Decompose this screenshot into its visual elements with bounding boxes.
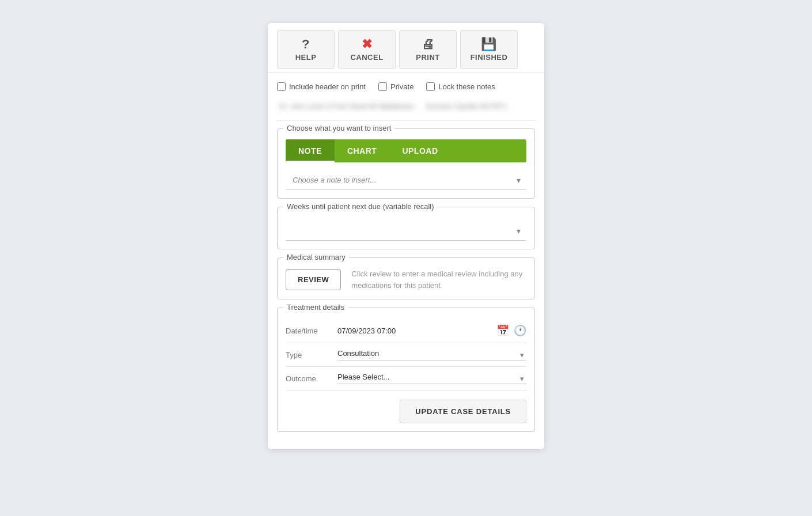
review-row: REVIEW Click review to enter a medical r… xyxy=(286,268,526,291)
cancel-icon: ✖ xyxy=(362,38,373,51)
recall-section: Weeks until patient next due (variable r… xyxy=(277,207,535,249)
insert-section: Choose what you want to insert NOTE CHAR… xyxy=(277,128,535,199)
options-row: Include header on print Private Lock the… xyxy=(268,79,544,97)
main-panel: ? HELP ✖ CANCEL 🖨 PRINT 💾 FINISHED Inclu… xyxy=(268,23,544,449)
tab-bar: NOTE CHART UPLOAD xyxy=(286,139,526,162)
medical-legend: Medical summary xyxy=(283,253,349,261)
treatment-section: Treatment details Date/time 07/09/2023 0… xyxy=(277,308,535,432)
treatment-legend: Treatment details xyxy=(283,303,348,312)
finished-icon: 💾 xyxy=(481,38,497,51)
datetime-value: 07/09/2023 07:00 xyxy=(337,327,491,335)
lock-notes-option[interactable]: Lock these notes xyxy=(426,82,495,91)
page-wrapper: ? HELP ✖ CANCEL 🖨 PRINT 💾 FINISHED Inclu… xyxy=(12,12,800,516)
outcome-select-wrapper: Please Select... Resolved Ongoing Referr… xyxy=(337,373,526,384)
include-header-label: Include header on print xyxy=(289,82,366,91)
patient-info-col2: Summer Cityville AB P9T1 xyxy=(426,101,507,112)
datetime-icons: 📅 🕐 xyxy=(496,324,526,337)
note-select[interactable]: Choose a note to insert... xyxy=(286,170,526,190)
tab-note[interactable]: NOTE xyxy=(286,139,335,162)
finished-label: FINISHED xyxy=(470,53,508,62)
type-select-wrapper: Consultation Follow-up Emergency xyxy=(337,349,526,361)
update-case-button[interactable]: UPDATE CASE DETAILS xyxy=(400,400,526,423)
cancel-label: CANCEL xyxy=(350,53,383,62)
type-row: Type Consultation Follow-up Emergency xyxy=(286,343,526,367)
outcome-label: Outcome xyxy=(286,374,332,383)
private-label: Private xyxy=(390,82,413,91)
tab-upload[interactable]: UPLOAD xyxy=(389,139,450,162)
type-label: Type xyxy=(286,351,332,359)
medical-summary-section: Medical summary REVIEW Click review to e… xyxy=(277,257,535,299)
lock-notes-checkbox[interactable] xyxy=(426,82,435,91)
outcome-row: Outcome Please Select... Resolved Ongoin… xyxy=(286,367,526,390)
datetime-row: Date/time 07/09/2023 07:00 📅 🕐 xyxy=(286,318,526,343)
help-button[interactable]: ? HELP xyxy=(277,30,335,69)
lock-notes-label: Lock these notes xyxy=(438,82,495,91)
private-option[interactable]: Private xyxy=(378,82,413,91)
print-icon: 🖨 xyxy=(422,38,435,51)
toolbar: ? HELP ✖ CANCEL 🖨 PRINT 💾 FINISHED xyxy=(268,23,544,73)
patient-divider xyxy=(277,120,535,120)
patient-info-col1: Dr. John Level 3 Front Street 80 Middlet… xyxy=(279,101,414,112)
review-hint: Click review to enter a medical review i… xyxy=(351,268,526,291)
print-label: PRINT xyxy=(416,53,440,62)
update-btn-row: UPDATE CASE DETAILS xyxy=(286,400,526,423)
review-button[interactable]: REVIEW xyxy=(286,269,341,290)
recall-select-wrapper: 1 2 4 6 8 12 24 52 xyxy=(286,221,526,241)
finished-button[interactable]: 💾 FINISHED xyxy=(460,30,518,69)
note-select-wrapper: Choose a note to insert... xyxy=(286,170,526,190)
help-icon: ? xyxy=(302,38,310,51)
print-button[interactable]: 🖨 PRINT xyxy=(399,30,457,69)
outcome-select[interactable]: Please Select... Resolved Ongoing Referr… xyxy=(337,373,526,384)
datetime-label: Date/time xyxy=(286,327,332,335)
include-header-option[interactable]: Include header on print xyxy=(277,82,366,91)
help-label: HELP xyxy=(295,53,317,62)
private-checkbox[interactable] xyxy=(378,82,387,91)
calendar-icon[interactable]: 📅 xyxy=(496,324,509,337)
clock-icon[interactable]: 🕐 xyxy=(514,324,526,337)
recall-select[interactable]: 1 2 4 6 8 12 24 52 xyxy=(286,221,526,241)
tab-chart[interactable]: CHART xyxy=(335,139,390,162)
patient-info-row: Dr. John Level 3 Front Street 80 Middlet… xyxy=(268,97,544,120)
tab-spacer xyxy=(451,139,526,162)
cancel-button[interactable]: ✖ CANCEL xyxy=(338,30,396,69)
recall-legend: Weeks until patient next due (variable r… xyxy=(283,202,438,211)
type-select[interactable]: Consultation Follow-up Emergency xyxy=(337,349,526,361)
insert-legend: Choose what you want to insert xyxy=(283,124,394,132)
include-header-checkbox[interactable] xyxy=(277,82,286,91)
